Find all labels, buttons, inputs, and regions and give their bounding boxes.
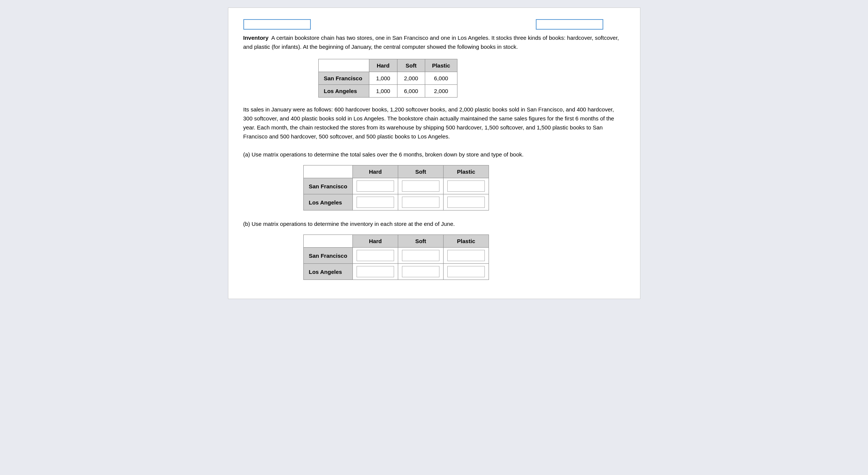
la-plastic-value: 2,000 — [425, 85, 457, 98]
a-la-hard-cell — [353, 194, 398, 210]
a-la-plastic-cell — [444, 194, 489, 210]
a-header-empty — [303, 165, 353, 178]
table-row: San Francisco — [303, 248, 489, 264]
b-sf-plastic-cell — [444, 248, 489, 264]
table-row: Los Angeles — [303, 264, 489, 280]
a-la-hard-input[interactable] — [357, 197, 394, 208]
a-header-hard: Hard — [353, 165, 398, 178]
page-container: Inventory A certain bookstore chain has … — [228, 8, 640, 299]
a-sf-plastic-input[interactable] — [447, 180, 485, 192]
answer-table-b-wrapper: Hard Soft Plastic San Francisco — [303, 234, 625, 280]
a-sf-hard-input[interactable] — [357, 180, 394, 192]
inventory-table: Hard Soft Plastic San Francisco 1,000 2,… — [318, 59, 457, 98]
b-sf-row-header: San Francisco — [303, 248, 353, 264]
b-sf-hard-cell — [353, 248, 398, 264]
b-sf-hard-input[interactable] — [357, 250, 394, 261]
b-la-plastic-cell — [444, 264, 489, 280]
sf-hard-value: 1,000 — [369, 72, 397, 85]
b-header-hard: Hard — [353, 235, 398, 248]
header-hard: Hard — [369, 59, 397, 72]
a-la-soft-cell — [398, 194, 444, 210]
header-empty — [318, 59, 369, 72]
a-sf-hard-cell — [353, 178, 398, 194]
table-row: Los Angeles 1,000 6,000 2,000 — [318, 85, 457, 98]
sf-plastic-value: 6,000 — [425, 72, 457, 85]
top-inputs-row — [243, 19, 625, 30]
b-header-soft: Soft — [398, 235, 444, 248]
la-row-header: Los Angeles — [318, 85, 369, 98]
table-row: San Francisco — [303, 178, 489, 194]
intro-text: A certain bookstore chain has two stores… — [243, 35, 619, 50]
a-sf-soft-input[interactable] — [402, 180, 439, 192]
top-right-input[interactable] — [536, 19, 603, 30]
inventory-title: Inventory — [243, 35, 269, 41]
header-soft: Soft — [397, 59, 425, 72]
a-la-soft-input[interactable] — [402, 197, 439, 208]
b-header-plastic: Plastic — [444, 235, 489, 248]
a-header-soft: Soft — [398, 165, 444, 178]
a-la-plastic-input[interactable] — [447, 197, 485, 208]
a-la-row-header: Los Angeles — [303, 194, 353, 210]
b-la-soft-input[interactable] — [402, 266, 439, 277]
b-sf-soft-input[interactable] — [402, 250, 439, 261]
la-soft-value: 6,000 — [397, 85, 425, 98]
a-sf-soft-cell — [398, 178, 444, 194]
sf-row-header: San Francisco — [318, 72, 369, 85]
table-row: Los Angeles — [303, 194, 489, 210]
b-la-hard-cell — [353, 264, 398, 280]
part-b-label: (b) Use matrix operations to determine t… — [243, 219, 625, 228]
top-left-input[interactable] — [243, 19, 311, 30]
a-sf-plastic-cell — [444, 178, 489, 194]
b-la-plastic-input[interactable] — [447, 266, 485, 277]
b-la-soft-cell — [398, 264, 444, 280]
sf-soft-value: 2,000 — [397, 72, 425, 85]
b-header-empty — [303, 235, 353, 248]
sales-text: Its sales in January were as follows: 60… — [243, 105, 625, 141]
la-hard-value: 1,000 — [369, 85, 397, 98]
a-header-plastic: Plastic — [444, 165, 489, 178]
b-la-row-header: Los Angeles — [303, 264, 353, 280]
part-a-label: (a) Use matrix operations to determine t… — [243, 150, 625, 159]
answer-table-a-wrapper: Hard Soft Plastic San Francisco — [303, 165, 625, 210]
answer-table-a: Hard Soft Plastic San Francisco — [303, 165, 489, 210]
b-sf-plastic-input[interactable] — [447, 250, 485, 261]
problem-statement: Inventory A certain bookstore chain has … — [243, 33, 625, 51]
b-sf-soft-cell — [398, 248, 444, 264]
inventory-table-wrapper: Hard Soft Plastic San Francisco 1,000 2,… — [318, 59, 625, 98]
header-plastic: Plastic — [425, 59, 457, 72]
b-la-hard-input[interactable] — [357, 266, 394, 277]
answer-table-b: Hard Soft Plastic San Francisco — [303, 234, 489, 280]
table-row: San Francisco 1,000 2,000 6,000 — [318, 72, 457, 85]
a-sf-row-header: San Francisco — [303, 178, 353, 194]
